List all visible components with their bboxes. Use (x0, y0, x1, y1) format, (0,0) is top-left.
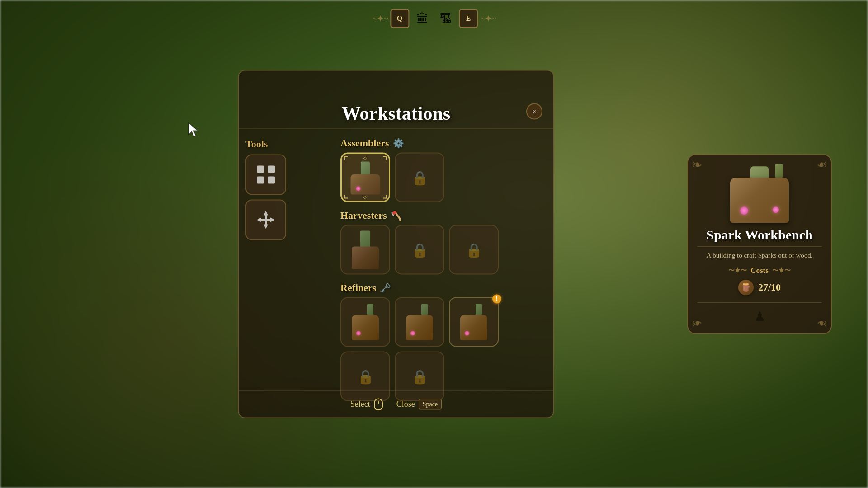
grid-tool-button[interactable] (245, 155, 286, 195)
lock-icon-2: 🔒 (411, 242, 428, 258)
nav-key-q[interactable]: Q (390, 9, 409, 28)
space-key[interactable]: Space (419, 399, 442, 409)
move-icon (255, 209, 277, 231)
assemblers-row: 🔒 (340, 153, 547, 202)
refiner-gem (356, 331, 361, 336)
refiner-base-2 (406, 315, 433, 340)
refiner-building-3 (458, 304, 490, 340)
harvester-locked-slot-2: 🔒 (395, 225, 444, 275)
svg-rect-3 (268, 177, 275, 184)
wood-resource-icon: 🪵 (738, 280, 754, 295)
nav-icon-workstation[interactable]: 🏗 (435, 8, 456, 29)
refiner-chimney-2 (421, 304, 428, 317)
harvester-slot-1[interactable] (340, 225, 390, 275)
detail-title: Spark Workbench (697, 227, 822, 243)
assemblers-icon: ⚙️ (393, 138, 404, 149)
refiner-chimney (367, 304, 373, 317)
harvesters-row: 🔒 🔒 (340, 225, 547, 275)
detail-gem-1 (740, 206, 748, 215)
workstations-panel: Workstations × Tools (238, 70, 554, 418)
assembler-gem (356, 186, 361, 191)
costs-section: 〜⚜〜 Costs 〜⚜〜 (697, 266, 822, 275)
assembler-top (361, 161, 370, 175)
grid-icon (255, 164, 277, 186)
refiner-building-2 (403, 304, 436, 340)
lock-icon-5: 🔒 (411, 368, 428, 384)
refiners-section-label: Refiners 🗝️ (340, 282, 547, 294)
move-tool-button[interactable] (245, 200, 286, 240)
close-label: Close (396, 399, 415, 409)
mouse-icon (374, 398, 383, 410)
assembler-locked-slot: 🔒 (395, 153, 444, 202)
spark-workbench-slot[interactable] (340, 153, 390, 202)
assembler-base (351, 174, 380, 194)
svg-rect-2 (257, 177, 264, 184)
tools-sidebar: Tools (239, 134, 334, 408)
lock-icon: 🔒 (411, 169, 428, 185)
svg-rect-0 (257, 166, 264, 173)
detail-building-image (723, 164, 796, 223)
assembler-building (349, 160, 382, 194)
detail-chimney (775, 164, 783, 178)
harvester-base (352, 246, 379, 269)
lock-icon-3: 🔒 (466, 242, 482, 258)
cost-row: 🪵 27/10 (697, 280, 822, 295)
bottom-bar: Select Close Space (239, 390, 553, 418)
corner-tl (344, 156, 348, 160)
costs-deco-right: 〜⚜〜 (772, 267, 791, 275)
refiner-gem-3 (465, 331, 469, 336)
select-label: Select (350, 399, 370, 409)
detail-panel: ❧ ❧ ❧ ❧ Spark Workbench A building to cr… (687, 154, 832, 334)
harvester-building (349, 230, 382, 269)
harvesters-label-text: Harvesters (340, 210, 387, 221)
detail-divider (697, 246, 822, 247)
nav-key-e[interactable]: E (459, 9, 478, 28)
harvesters-section-label: Harvesters 🪓 (340, 210, 547, 221)
panel-content: Tools Assemblers ⚙ (239, 134, 553, 408)
refiner-gem-2 (410, 331, 415, 336)
refiner-chimney-3 (476, 304, 482, 317)
deco-tl: ❧ (692, 159, 702, 171)
close-action: Close Space (396, 399, 442, 409)
nav-icon-building[interactable]: 🏛 (412, 8, 433, 29)
corner-bl (344, 195, 348, 199)
select-action: Select (350, 398, 383, 410)
refiners-icon: 🗝️ (380, 282, 391, 293)
nav-squiggle-left: ~✦~ (373, 13, 387, 24)
tools-label: Tools (245, 138, 327, 150)
exclamation-badge: ! (492, 295, 501, 304)
refiners-label-text: Refiners (340, 282, 376, 294)
close-button[interactable]: × (526, 103, 542, 120)
corner-tr (383, 156, 387, 160)
corner-br (383, 195, 387, 199)
assemblers-section-label: Assemblers ⚙️ (340, 137, 547, 149)
svg-rect-1 (268, 166, 275, 173)
refiner-base-3 (460, 315, 487, 340)
refiner-slot-3[interactable]: ! (449, 297, 499, 347)
harvesters-icon: 🪓 (391, 210, 402, 221)
detail-base (730, 178, 789, 223)
detail-divider-bottom (697, 302, 822, 303)
refiner-base (352, 315, 379, 340)
cost-amount: 27/10 (758, 282, 781, 293)
deco-tr: ❧ (817, 159, 827, 171)
refiner-slot-1[interactable] (340, 297, 390, 347)
detail-figure-icon: ♟ (697, 309, 822, 324)
refiner-slot-2[interactable] (395, 297, 444, 347)
detail-description: A building to craft Sparks out of wood. (697, 250, 822, 261)
panel-title-bar: Workstations (239, 71, 553, 129)
top-navigation: ~✦~ Q 🏛 🏗 E ~✦~ (373, 8, 495, 29)
refiners-row: ! 🔒 🔒 (340, 297, 547, 401)
nav-squiggle-right: ~✦~ (481, 13, 495, 24)
harvester-locked-slot-3: 🔒 (449, 225, 499, 275)
panel-title: Workstations (239, 103, 553, 124)
main-content: Assemblers ⚙️ (334, 134, 553, 408)
detail-gem-2 (773, 206, 779, 213)
svg-marker-4 (257, 211, 275, 229)
assemblers-label-text: Assemblers (340, 137, 389, 149)
costs-label-text: Costs (750, 266, 769, 275)
costs-deco-left: 〜⚜〜 (728, 267, 747, 275)
lock-icon-4: 🔒 (357, 368, 374, 384)
refiner-building-1 (349, 304, 382, 340)
